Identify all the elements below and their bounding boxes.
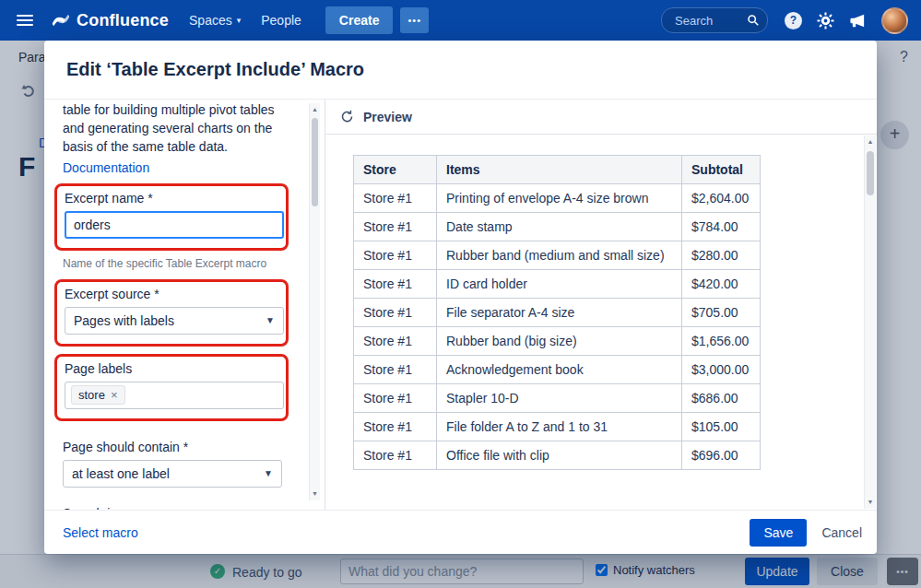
table-cell: $420.00 xyxy=(682,270,761,299)
table-cell: Rubber band (medium and small size) xyxy=(437,241,682,270)
table-row: Store #1Rubber band (medium and small si… xyxy=(354,241,761,270)
search-space-label: Search in space xyxy=(63,506,293,510)
hamburger-menu-icon[interactable] xyxy=(17,15,33,26)
scroll-down-icon[interactable]: ▼ xyxy=(865,496,876,509)
label-chip-text: store xyxy=(78,388,105,402)
user-avatar[interactable] xyxy=(881,7,908,34)
page-labels-input[interactable]: store × xyxy=(65,382,284,409)
page-contain-select[interactable]: at least one label ▼ xyxy=(63,460,282,488)
confluence-logo-icon xyxy=(52,11,70,29)
annotation-highlight-page-labels: Page labels store × xyxy=(54,354,289,421)
nav-people[interactable]: People xyxy=(261,13,301,28)
megaphone-icon xyxy=(849,12,867,29)
table-cell: Store #1 xyxy=(354,413,437,441)
nav-search[interactable] xyxy=(661,7,768,33)
top-nav: Confluence Spaces ▾ People Create ••• ? xyxy=(0,0,921,41)
table-cell: Date stamp xyxy=(437,213,682,241)
edit-macro-dialog: Edit ‘Table Excerpt Include’ Macro table… xyxy=(44,41,877,554)
preview-scrollbar[interactable]: ▲ ▼ xyxy=(864,135,876,509)
table-cell: File folder A to Z and 1 to 31 xyxy=(437,413,682,441)
table-cell: Store #1 xyxy=(354,441,437,470)
table-row: Store #1File separator A-4 size$705.00 xyxy=(354,299,761,327)
question-icon: ? xyxy=(785,12,802,29)
settings-button[interactable] xyxy=(817,12,834,29)
save-button[interactable]: Save xyxy=(750,519,807,547)
table-row: Store #1Office file with clip$696.00 xyxy=(354,441,761,470)
table-cell: Store #1 xyxy=(354,270,437,299)
table-cell: Store #1 xyxy=(354,241,437,270)
scrollbar-thumb[interactable] xyxy=(312,118,318,206)
table-cell: ID card holder xyxy=(437,270,682,299)
preview-table-body: Store #1Printing of envelope A-4 size br… xyxy=(354,184,761,470)
page-contain-label: Page should contain * xyxy=(63,440,293,454)
excerpt-name-input[interactable] xyxy=(65,211,284,239)
table-cell: $705.00 xyxy=(682,299,761,327)
excerpt-name-label: Excerpt name * xyxy=(65,191,278,206)
label-chip: store × xyxy=(71,385,125,405)
refresh-icon[interactable] xyxy=(340,110,354,123)
nav-more-button[interactable]: ••• xyxy=(400,7,429,33)
page-labels-label: Page labels xyxy=(65,361,278,376)
excerpt-source-value: Pages with labels xyxy=(74,313,174,328)
table-cell: $105.00 xyxy=(682,413,761,441)
help-button[interactable]: ? xyxy=(785,12,802,29)
table-cell: $1,656.00 xyxy=(682,327,761,356)
select-macro-link[interactable]: Select macro xyxy=(63,525,138,540)
table-cell: $280.00 xyxy=(682,241,761,270)
nav-spaces[interactable]: Spaces ▾ xyxy=(189,13,241,28)
chip-remove-icon[interactable]: × xyxy=(111,388,118,402)
table-cell: Rubber band (big size) xyxy=(437,327,682,356)
table-cell: Store #1 xyxy=(354,213,437,241)
cancel-link[interactable]: Cancel xyxy=(821,525,862,540)
table-header-row: StoreItemsSubtotal xyxy=(354,156,761,184)
scroll-down-icon[interactable]: ▼ xyxy=(310,488,320,500)
dropdown-arrow-icon: ▼ xyxy=(264,468,273,478)
macro-description: table for building multiple pivot tables… xyxy=(63,101,293,157)
table-cell: $686.00 xyxy=(682,384,761,413)
table-cell: Store #1 xyxy=(354,384,437,413)
table-row: Store #1Acknowledgement book$3,000.00 xyxy=(354,356,761,384)
dropdown-arrow-icon: ▼ xyxy=(266,315,275,325)
documentation-link[interactable]: Documentation xyxy=(63,160,149,175)
table-row: Store #1File folder A to Z and 1 to 31$1… xyxy=(354,413,761,441)
preview-pane: Preview StoreItemsSubtotal Store #1Print… xyxy=(325,100,877,510)
preview-title: Preview xyxy=(363,110,412,124)
macro-settings-pane: table for building multiple pivot tables… xyxy=(44,100,325,510)
create-button[interactable]: Create xyxy=(325,6,394,34)
dialog-footer: Select macro Save Cancel xyxy=(44,510,877,554)
table-cell: Store #1 xyxy=(354,299,437,327)
excerpt-name-help: Name of the specific Table Excerpt macro xyxy=(63,257,293,270)
table-row: Store #1Stapler 10-D$686.00 xyxy=(354,384,761,413)
table-cell: $696.00 xyxy=(682,441,761,470)
scrollbar-thumb[interactable] xyxy=(867,151,874,195)
table-row: Store #1ID card holder$420.00 xyxy=(354,270,761,299)
excerpt-source-label: Excerpt source * xyxy=(65,287,278,301)
nav-people-label: People xyxy=(261,13,301,28)
search-input[interactable] xyxy=(673,13,747,29)
table-header-cell: Store xyxy=(354,156,437,184)
scroll-up-icon[interactable]: ▲ xyxy=(865,135,876,148)
table-cell: Office file with clip xyxy=(437,441,682,470)
table-header-cell: Subtotal xyxy=(682,156,761,184)
table-cell: Store #1 xyxy=(354,327,437,356)
table-row: Store #1Rubber band (big size)$1,656.00 xyxy=(354,327,761,356)
page-contain-value: at least one label xyxy=(72,466,170,481)
settings-scrollbar[interactable]: ▲ ▼ xyxy=(309,103,320,500)
gear-icon xyxy=(817,12,834,29)
excerpt-source-select[interactable]: Pages with labels ▼ xyxy=(65,307,284,335)
table-cell: Stapler 10-D xyxy=(437,384,682,413)
table-cell: $3,000.00 xyxy=(682,356,761,384)
table-row: Store #1Date stamp$784.00 xyxy=(354,213,761,241)
annotation-highlight-excerpt-source: Excerpt source * Pages with labels ▼ xyxy=(54,279,289,347)
table-cell: Store #1 xyxy=(354,184,437,213)
nav-spaces-label: Spaces xyxy=(189,13,232,28)
dialog-title: Edit ‘Table Excerpt Include’ Macro xyxy=(44,41,877,100)
table-cell: File separator A-4 size xyxy=(437,299,682,327)
scroll-up-icon[interactable]: ▲ xyxy=(310,103,320,116)
announcements-button[interactable] xyxy=(849,12,867,29)
preview-content: StoreItemsSubtotal Store #1Printing of e… xyxy=(325,135,877,510)
table-header-cell: Items xyxy=(437,156,682,184)
confluence-logo[interactable]: Confluence xyxy=(52,11,169,30)
annotation-highlight-excerpt-name: Excerpt name * xyxy=(54,183,289,251)
table-cell: Printing of envelope A-4 size brown xyxy=(437,184,682,213)
